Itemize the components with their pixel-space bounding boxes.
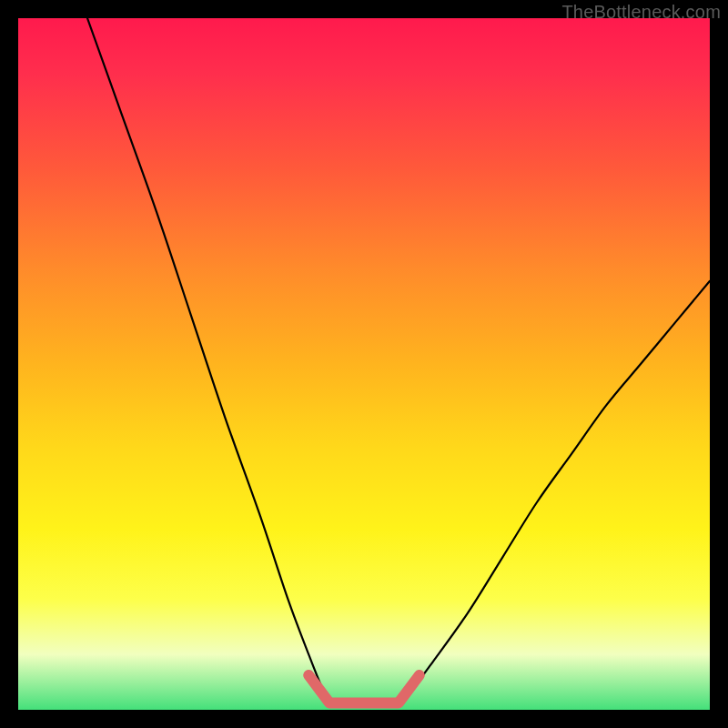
left-curve-path	[87, 18, 329, 703]
curve-layer	[18, 18, 710, 710]
plot-area	[18, 18, 710, 710]
bottom-marker-path	[308, 675, 420, 703]
right-curve-path	[399, 281, 710, 703]
chart-frame: TheBottleneck.com	[0, 0, 728, 728]
